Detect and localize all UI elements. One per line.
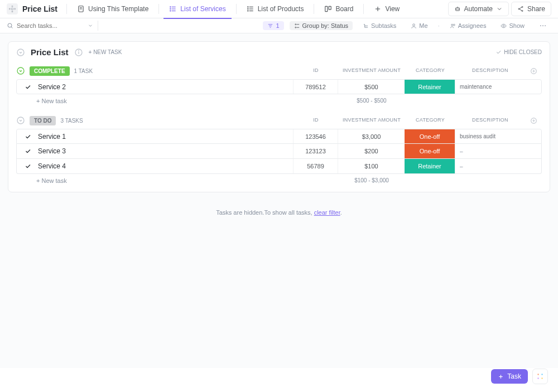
chevron-down-icon[interactable]	[88, 23, 93, 28]
task-check[interactable]	[17, 129, 37, 143]
svg-point-26	[458, 9, 459, 9]
tab-list-services[interactable]: List of Services	[163, 0, 231, 18]
separator	[158, 4, 159, 14]
panel-title: Price List	[31, 47, 69, 57]
subtasks-label: Subtasks	[371, 22, 396, 29]
task-investment[interactable]: $100	[338, 159, 405, 173]
tab-label: Using This Template	[88, 5, 148, 13]
task-check[interactable]	[17, 144, 37, 158]
hide-closed-toggle[interactable]: HIDE CLOSED	[496, 49, 542, 55]
footer-spacer	[455, 177, 525, 184]
robot-icon	[454, 6, 461, 12]
check-icon	[25, 133, 31, 140]
collapse-icon[interactable]	[16, 66, 25, 75]
search-input-wrap[interactable]	[7, 22, 93, 29]
task-category[interactable]: Retainer	[405, 80, 455, 94]
task-id[interactable]: 123546	[293, 129, 338, 143]
task-name[interactable]: Service 4	[37, 159, 293, 173]
task-name[interactable]: Service 3	[37, 144, 293, 158]
new-task-row[interactable]: + New task	[16, 177, 294, 184]
task-check[interactable]	[17, 159, 37, 173]
group-icon	[294, 23, 300, 29]
svg-line-34	[11, 27, 13, 28]
subtasks-pill[interactable]: Subtasks	[358, 21, 401, 30]
search-icon	[7, 22, 13, 29]
svg-point-45	[503, 25, 505, 27]
footer-spacer	[455, 98, 525, 104]
group-by-pill[interactable]: Group by: Status	[290, 21, 353, 30]
group-footer: + New task $100 - $3,000	[16, 177, 542, 184]
tab-board[interactable]: Board	[319, 0, 359, 18]
plus-circle-icon	[530, 67, 537, 75]
new-task-row[interactable]: + New task	[16, 98, 294, 104]
collapse-icon[interactable]	[16, 116, 25, 125]
task-category[interactable]: One-off	[405, 129, 455, 143]
clear-filter-link[interactable]: clear filter	[314, 209, 340, 216]
task-name[interactable]: Service 2	[37, 80, 293, 94]
task-description[interactable]: business audit	[455, 129, 525, 143]
task-id[interactable]: 789512	[293, 80, 338, 94]
collapse-icon[interactable]	[16, 48, 25, 57]
footer-spacer	[294, 177, 338, 184]
more-menu[interactable]	[535, 21, 551, 31]
col-header-description[interactable]: DESCRIPTION	[455, 67, 525, 75]
show-pill[interactable]: Show	[496, 21, 529, 30]
board-icon	[324, 5, 332, 13]
task-investment[interactable]: $3,000	[338, 129, 405, 143]
task-count: 1 TASK	[74, 68, 93, 74]
col-header-investment[interactable]: INVESTMENT AMOUNT	[338, 117, 405, 124]
svg-point-3	[9, 8, 10, 9]
tab-using-template[interactable]: Using This Template	[71, 0, 154, 18]
col-header-category[interactable]: CATEGORY	[405, 67, 455, 75]
col-header-id[interactable]: ID	[294, 117, 338, 124]
new-task-link[interactable]: + NEW TASK	[89, 49, 122, 55]
svg-point-39	[295, 27, 296, 28]
task-category[interactable]: Retainer	[405, 159, 455, 173]
assignees-pill[interactable]: Assignees	[445, 21, 491, 30]
task-description[interactable]: –	[455, 159, 525, 173]
add-column-button[interactable]	[525, 67, 542, 75]
search-input[interactable]	[17, 22, 73, 29]
task-investment[interactable]: $200	[338, 144, 405, 158]
task-category[interactable]: One-off	[405, 144, 455, 158]
col-header-id[interactable]: ID	[294, 67, 338, 75]
svg-rect-20	[325, 6, 328, 11]
col-header-category[interactable]: CATEGORY	[405, 117, 455, 124]
add-view-button[interactable]: View	[368, 0, 405, 18]
filter-icon	[267, 23, 273, 29]
info-icon[interactable]	[74, 48, 83, 57]
task-id[interactable]: 56789	[293, 159, 338, 173]
separator	[363, 4, 364, 14]
task-id[interactable]: 123123	[293, 144, 338, 158]
task-investment[interactable]: $500	[338, 80, 405, 94]
group-footer: + New task $500 - $500	[16, 98, 542, 104]
task-row[interactable]: Service 2 789512 $500 Retainer maintenan…	[16, 79, 542, 94]
filter-count-pill[interactable]: 1	[263, 21, 283, 30]
separator	[236, 4, 237, 14]
task-description[interactable]: maintenance	[455, 80, 525, 94]
col-header-investment[interactable]: INVESTMENT AMOUNT	[338, 67, 405, 75]
plus-circle-icon	[530, 117, 537, 124]
footer-spacer	[405, 98, 455, 104]
col-header-description[interactable]: DESCRIPTION	[455, 117, 525, 124]
share-button[interactable]: Share	[511, 2, 551, 16]
svg-point-48	[545, 25, 546, 26]
task-check[interactable]	[17, 80, 37, 94]
add-column-button[interactable]	[525, 117, 542, 124]
row-spacer	[525, 80, 541, 94]
task-description[interactable]: –	[455, 144, 525, 158]
me-pill[interactable]: Me	[406, 21, 432, 30]
separator	[314, 4, 314, 14]
task-row[interactable]: Service 3 123123 $200 One-off –	[16, 144, 542, 159]
status-badge[interactable]: TO DO	[30, 116, 56, 125]
task-row[interactable]: Service 1 123546 $3,000 One-off business…	[16, 129, 542, 144]
tab-list-products[interactable]: List of Products	[241, 0, 310, 18]
task-name[interactable]: Service 1	[37, 129, 293, 143]
task-row[interactable]: Service 4 56789 $100 Retainer –	[16, 159, 542, 174]
svg-point-19	[247, 11, 248, 11]
task-group: COMPLETE 1 TASK ID INVESTMENT AMOUNT CAT…	[8, 62, 550, 112]
button-label: Automate	[464, 5, 493, 13]
svg-rect-21	[329, 6, 331, 9]
automate-button[interactable]: Automate	[448, 2, 509, 16]
status-badge[interactable]: COMPLETE	[30, 66, 70, 76]
